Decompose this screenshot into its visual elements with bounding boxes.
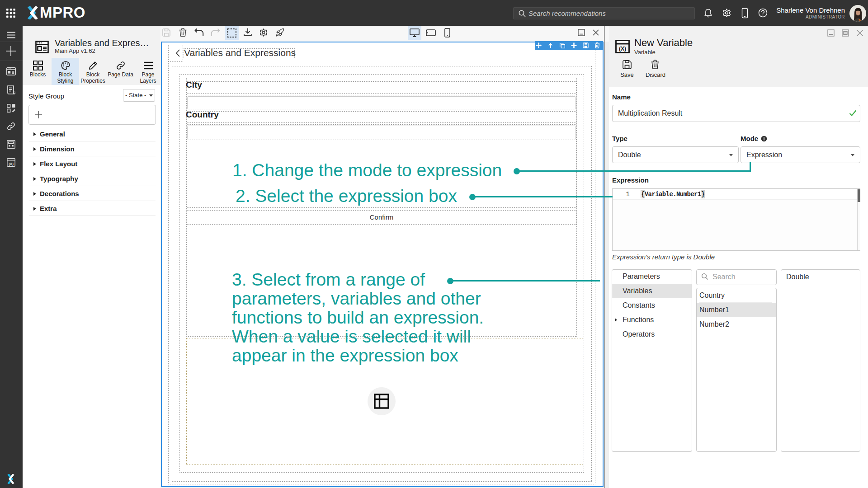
svg-text:(X): (X) [619,46,626,52]
svg-text:(X): (X) [9,162,14,166]
